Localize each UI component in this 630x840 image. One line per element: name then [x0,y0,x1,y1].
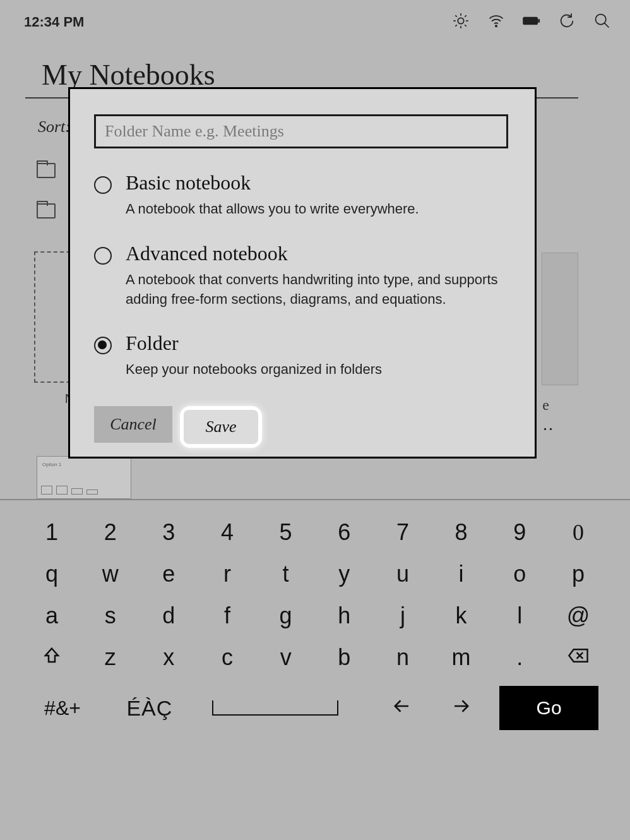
key-k[interactable]: k [441,603,482,629]
status-icons [452,12,611,32]
key-at[interactable]: @ [558,603,598,629]
key-symbols[interactable]: #&+ [32,697,93,720]
key-b[interactable]: b [324,644,364,671]
svg-line-8 [465,15,466,16]
key-h[interactable]: h [324,603,364,629]
keyboard-row-3: a s d f g h j k l @ [32,603,598,629]
key-n[interactable]: n [383,644,423,671]
key-t[interactable]: t [266,561,306,587]
svg-line-14 [605,23,609,28]
key-backspace[interactable] [558,644,598,671]
option-desc: A notebook that allows you to write ever… [126,200,511,219]
key-p[interactable]: p [558,561,598,587]
brightness-icon[interactable] [452,12,470,32]
key-s[interactable]: s [90,603,131,629]
svg-rect-11 [525,18,537,23]
key-2[interactable]: 2 [90,519,131,546]
key-c[interactable]: c [207,644,247,671]
key-space[interactable] [206,697,345,719]
radio-icon [94,337,112,354]
key-8[interactable]: 8 [441,519,482,546]
radio-icon [94,176,112,194]
keyboard-row-4: z x c v b n m . [32,644,598,671]
notebook-card-partial[interactable] [542,253,578,385]
sort-label: Sort: [38,117,71,136]
search-icon[interactable] [593,12,611,32]
svg-line-6 [465,25,466,26]
notebook-thumbnail[interactable]: Option 1 [37,456,131,499]
key-5[interactable]: 5 [266,519,306,546]
save-button[interactable]: Save [184,410,258,444]
key-arrow-left[interactable] [383,695,422,721]
option-title: Folder [126,332,511,355]
radio-icon [94,247,112,265]
key-i[interactable]: i [441,561,482,587]
key-4[interactable]: 4 [207,519,247,546]
notebook-menu-dots[interactable]: .. [543,414,554,435]
option-desc: A notebook that converts handwriting int… [126,270,511,309]
option-folder[interactable]: Folder Keep your notebooks organized in … [94,332,511,380]
option-basic-notebook[interactable]: Basic notebook A notebook that allows yo… [94,171,511,219]
key-period[interactable]: . [499,644,540,671]
key-j[interactable]: j [383,603,423,629]
battery-icon[interactable] [523,12,540,32]
notebook-title-partial: e [542,397,549,414]
option-advanced-notebook[interactable]: Advanced notebook A notebook that conver… [94,242,511,309]
key-7[interactable]: 7 [383,519,423,546]
svg-line-5 [455,15,456,16]
svg-point-9 [496,25,497,27]
key-l[interactable]: l [499,603,540,629]
key-y[interactable]: y [324,561,364,587]
create-item-modal: Basic notebook A notebook that allows yo… [68,87,537,459]
folder-row[interactable] [37,163,56,178]
key-go[interactable]: Go [499,686,598,730]
keyboard-row-5: #&+ ÉÀÇ Go [32,686,598,730]
refresh-icon[interactable] [558,12,576,32]
option-desc: Keep your notebooks organized in folders [126,360,511,380]
svg-rect-12 [538,19,540,23]
svg-line-7 [455,25,456,26]
folder-icon [37,203,56,219]
key-a[interactable]: a [32,603,72,629]
key-r[interactable]: r [207,561,247,587]
key-d[interactable]: d [148,603,189,629]
key-accents[interactable]: ÉÀÇ [112,696,187,721]
status-bar: 12:34 PM [0,0,630,44]
option-title: Advanced notebook [126,242,511,265]
svg-point-0 [458,18,463,23]
keyboard-row-numbers: 1 2 3 4 5 6 7 8 9 0 [32,519,598,546]
keyboard-row-2: q w e r t y u i o p [32,561,598,587]
key-q[interactable]: q [32,561,72,587]
key-g[interactable]: g [266,603,306,629]
key-m[interactable]: m [441,644,482,671]
key-1[interactable]: 1 [32,519,72,546]
key-v[interactable]: v [266,644,306,671]
key-f[interactable]: f [207,603,247,629]
cancel-button[interactable]: Cancel [94,406,172,443]
folder-row[interactable] [37,203,56,219]
key-3[interactable]: 3 [148,519,189,546]
key-6[interactable]: 6 [324,519,364,546]
option-title: Basic notebook [126,171,511,195]
key-u[interactable]: u [383,561,423,587]
folder-icon [37,163,56,178]
key-w[interactable]: w [90,561,131,587]
folder-name-input[interactable] [94,114,508,148]
key-x[interactable]: x [148,644,189,671]
save-button-highlight: Save [180,406,262,448]
key-z[interactable]: z [90,644,131,671]
key-9[interactable]: 9 [499,519,540,546]
key-0[interactable]: 0 [558,519,598,546]
wifi-icon[interactable] [487,12,505,32]
key-arrow-right[interactable] [441,695,480,721]
modal-button-row: Cancel Save [94,406,511,448]
on-screen-keyboard: 1 2 3 4 5 6 7 8 9 0 q w e r t y u i o p … [0,499,630,840]
clock: 12:34 PM [24,14,84,30]
key-shift[interactable] [32,644,72,671]
svg-point-13 [596,15,606,25]
key-e[interactable]: e [148,561,189,587]
key-o[interactable]: o [499,561,540,587]
